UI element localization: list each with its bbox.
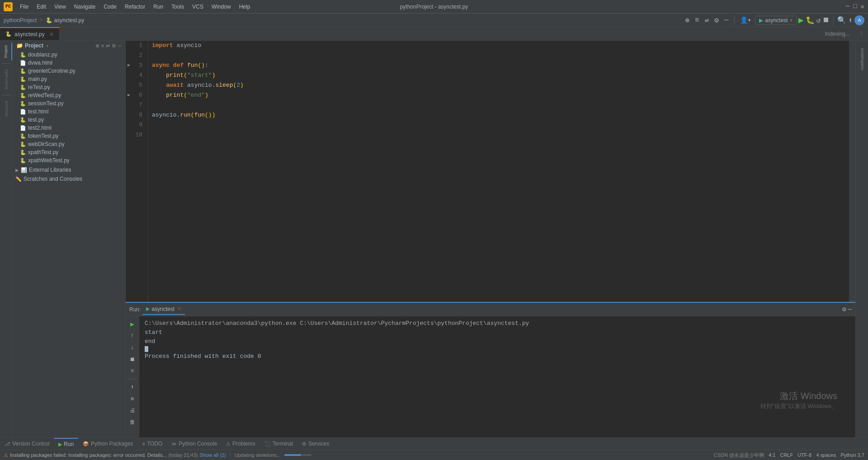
list-item[interactable]: 🐍 tokenTest.py bbox=[13, 132, 125, 140]
close-button[interactable]: ✕ bbox=[861, 3, 864, 10]
run-config-dropdown[interactable]: ▶ asynctest ▾ bbox=[755, 16, 797, 25]
indent-size[interactable]: 4 spaces bbox=[816, 452, 836, 458]
bookmarks-vtab[interactable]: Bookmarks bbox=[0, 66, 12, 92]
tree-minimize-icon[interactable]: ─ bbox=[118, 43, 122, 49]
debug-button[interactable]: 🐛 bbox=[806, 16, 815, 25]
tab-problems[interactable]: ⚠ Problems bbox=[222, 438, 260, 450]
run-green-button[interactable]: ▶ bbox=[798, 14, 804, 26]
line-gutter: 1 2 ▶3 4 5 ▶6 7 8 9 10 bbox=[126, 41, 148, 302]
run-filter-icon[interactable]: ⬆ bbox=[127, 382, 137, 392]
html-icon: 📄 bbox=[20, 60, 26, 66]
minimize-button[interactable]: ─ bbox=[846, 3, 849, 10]
menu-edit[interactable]: Edit bbox=[33, 3, 50, 11]
tab-terminal[interactable]: ⬛ Terminal bbox=[260, 438, 297, 450]
run-stop-icon[interactable]: ⏹ bbox=[127, 354, 137, 364]
list-item[interactable]: 🐍 reWedTest.py bbox=[13, 91, 125, 99]
line-ending[interactable]: CRLF bbox=[780, 452, 793, 458]
run-panel-minimize-icon[interactable]: ─ bbox=[848, 306, 852, 313]
tab-run-bottom[interactable]: ▶ Run bbox=[54, 438, 78, 450]
scratches-item[interactable]: ✏️ Scratches and Consoles bbox=[13, 174, 125, 183]
structure-vtab[interactable]: Structure bbox=[0, 98, 12, 120]
statusbar-left: ⚠ Installing packages failed: Installing… bbox=[4, 452, 712, 458]
run-settings2-icon[interactable]: ⚙ bbox=[127, 394, 137, 404]
structure-icon[interactable]: ≡ bbox=[693, 15, 701, 25]
list-item[interactable]: 🐍 reTest.py bbox=[13, 83, 125, 91]
list-item[interactable]: 🐍 doublanz.py bbox=[13, 51, 125, 59]
run-trash-icon[interactable]: 🗑 bbox=[127, 417, 137, 427]
tree-collapse-icon[interactable]: ⊕ bbox=[95, 43, 99, 49]
tab-python-console[interactable]: ≫ Python Console bbox=[167, 438, 222, 450]
external-libraries-item[interactable]: ▶ 📊 External Libraries bbox=[13, 165, 125, 174]
statusbar-right: CSDN @永远是少年啊 4:1 CRLF UTF-8 4 spaces Pyt… bbox=[714, 452, 864, 459]
list-item[interactable]: 🐍 xpathWebTest.py bbox=[13, 156, 125, 164]
titlebar: PC File Edit View Navigate Code Refactor… bbox=[0, 0, 868, 14]
list-item[interactable]: 📄 test.html bbox=[13, 108, 125, 116]
expand-icon[interactable]: ⊕ bbox=[683, 15, 691, 26]
menu-window[interactable]: Window bbox=[208, 3, 235, 11]
run-panel-settings-icon[interactable]: ⚙ bbox=[842, 305, 846, 313]
tree-sort-icon[interactable]: ≡ bbox=[101, 43, 104, 49]
run-scroll-up-icon[interactable]: ↑ bbox=[127, 331, 137, 341]
encoding[interactable]: UTF-8 bbox=[797, 452, 811, 458]
menu-refactor[interactable]: Refactor bbox=[121, 3, 149, 11]
maximize-button[interactable]: □ bbox=[853, 3, 857, 10]
tab-version-control[interactable]: ⎇ Version Control bbox=[0, 438, 54, 450]
vcs-icon[interactable]: ⬆ bbox=[848, 16, 853, 25]
menu-view[interactable]: View bbox=[51, 3, 70, 11]
list-item[interactable]: 🐍 sessionTest.py bbox=[13, 99, 125, 108]
editor-scrollbar[interactable] bbox=[849, 41, 855, 302]
list-item[interactable]: 📄 dvwa.html bbox=[13, 59, 125, 67]
settings-icon[interactable]: ⚙ bbox=[712, 15, 721, 26]
code-lines[interactable]: import asyncio async def fun(): print("s… bbox=[148, 41, 849, 302]
breadcrumb-project[interactable]: pythonProject bbox=[4, 17, 37, 23]
list-item[interactable]: 🐍 webDirScan.py bbox=[13, 140, 125, 148]
notifications-vtab[interactable]: Notifications bbox=[856, 44, 868, 74]
menu-file[interactable]: File bbox=[16, 3, 32, 11]
console-icon: ≫ bbox=[171, 441, 177, 447]
python-version[interactable]: Python 3.7 bbox=[840, 452, 864, 458]
code-editor[interactable]: 1 2 ▶3 4 5 ▶6 7 8 9 10 import bbox=[126, 41, 855, 302]
run-scroll-down-icon[interactable]: ↓ bbox=[127, 343, 137, 352]
tab-services[interactable]: ⚙ Services bbox=[297, 438, 334, 450]
tab-python-packages[interactable]: 📦 Python Packages bbox=[78, 438, 137, 450]
list-item[interactable]: 🐍 xpathTest.py bbox=[13, 148, 125, 156]
run-panel-body: ▶ ↑ ↓ ⏹ ≡ ⬆ ⚙ 🖨 🗑 C:\Users\Administrator… bbox=[126, 316, 855, 437]
run-output: C:\Users\Administrator\anaconda3\python.… bbox=[139, 316, 855, 437]
tab-asynctest[interactable]: 🐍 asynctest.py ✕ bbox=[0, 27, 60, 40]
run-tab-close-icon[interactable]: ✕ bbox=[177, 306, 181, 312]
tab-todo[interactable]: ≡ TODO bbox=[137, 438, 167, 450]
py-icon: 🐍 bbox=[20, 52, 26, 58]
stop-button[interactable]: ⏹ bbox=[822, 16, 830, 24]
tab-close-icon[interactable]: ✕ bbox=[49, 31, 54, 38]
minimize-panel-icon[interactable]: ─ bbox=[722, 15, 731, 25]
run-play-icon[interactable]: ▶ bbox=[127, 319, 137, 329]
search-icon-toolbar[interactable]: 🔍 bbox=[837, 16, 846, 25]
tree-filter-icon[interactable]: ⇌ bbox=[106, 43, 110, 49]
run-panel-tab-asynctest[interactable]: ▶ asynctest ✕ bbox=[142, 304, 185, 315]
user-icon[interactable]: 👤▾ bbox=[738, 15, 753, 25]
list-item[interactable]: 🐍 test.py bbox=[13, 116, 125, 124]
run-wrap-icon[interactable]: ≡ bbox=[127, 366, 137, 376]
project-vtab[interactable]: Project bbox=[0, 42, 12, 61]
py-icon: 🐍 bbox=[20, 133, 26, 139]
list-item[interactable]: 🐍 main.py bbox=[13, 75, 125, 83]
navigate-icon[interactable]: ⇌ bbox=[703, 15, 711, 26]
list-item[interactable]: 🐍 greenletCorotine.py bbox=[13, 67, 125, 75]
rerun-button[interactable]: ↺ bbox=[816, 16, 821, 25]
cursor-position[interactable]: 4:1 bbox=[769, 452, 775, 458]
tab-extras[interactable]: ⋮ bbox=[855, 27, 868, 40]
breadcrumb-file[interactable]: 🐍 asynctest.py bbox=[46, 17, 85, 23]
run-print-icon[interactable]: 🖨 bbox=[127, 405, 137, 415]
menu-run[interactable]: Run bbox=[150, 3, 167, 11]
avatar[interactable]: A bbox=[854, 15, 864, 25]
menu-vcs[interactable]: VCS bbox=[189, 3, 207, 11]
show-all-link[interactable]: Show all (2) bbox=[200, 452, 226, 458]
menu-navigate[interactable]: Navigate bbox=[71, 3, 99, 11]
tree-settings-icon[interactable]: ⚙ bbox=[112, 43, 116, 49]
list-item[interactable]: 📄 test2.html bbox=[13, 124, 125, 132]
menu-tools[interactable]: Tools bbox=[168, 3, 188, 11]
menu-help[interactable]: Help bbox=[236, 3, 254, 11]
menu-code[interactable]: Code bbox=[100, 3, 120, 11]
breakpoint-icon[interactable]: ▶ bbox=[127, 90, 130, 100]
fold-arrow-icon[interactable]: ▶ bbox=[127, 61, 130, 70]
